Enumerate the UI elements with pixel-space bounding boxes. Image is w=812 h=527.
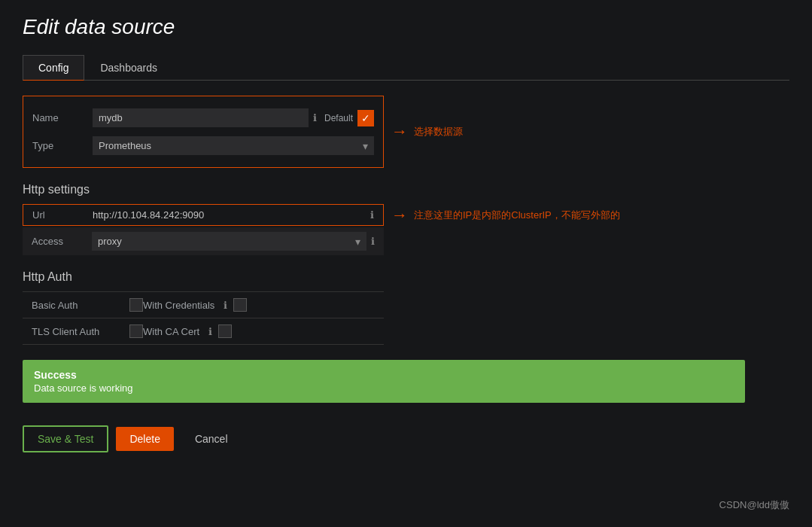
success-title: Success (34, 369, 734, 381)
url-info-icon: ℹ (370, 209, 374, 221)
success-banner: Success Data source is working (23, 360, 745, 403)
access-label: Access (32, 236, 92, 247)
http-auth-section: Http Auth Basic Auth With Credentials ℹ … (23, 270, 789, 345)
name-type-bordered: Name ℹ Default ✓ Type Prometheus MySQL I… (23, 96, 384, 168)
annotation-text-1: 选择数据源 (414, 125, 463, 139)
with-credentials-info-icon: ℹ (224, 300, 227, 311)
button-row: Save & Test Delete Cancel (23, 425, 789, 452)
delete-button[interactable]: Delete (116, 427, 173, 451)
tls-auth-label: TLS Client Auth (32, 326, 129, 337)
access-info-icon: ℹ (371, 236, 375, 247)
with-ca-cert-label: With CA Cert (143, 326, 199, 337)
with-ca-cert-info-icon: ℹ (208, 326, 212, 337)
save-test-button[interactable]: Save & Test (23, 425, 108, 452)
type-select-wrapper: Prometheus MySQL InfluxDB Elasticsearch … (93, 136, 374, 155)
name-type-section: Name ℹ Default ✓ Type Prometheus MySQL I… (23, 96, 789, 168)
annotation-arrow-2-icon: → (391, 206, 408, 225)
type-select[interactable]: Prometheus MySQL InfluxDB Elasticsearch (93, 136, 374, 155)
name-label: Name (32, 112, 93, 123)
basic-auth-row: Basic Auth With Credentials ℹ (23, 291, 384, 318)
url-input[interactable] (93, 209, 366, 221)
url-row: Url ℹ (23, 204, 384, 226)
access-select[interactable]: proxy direct (92, 232, 366, 251)
watermark: CSDN@ldd傲傲 (719, 498, 789, 512)
with-credentials-group: With Credentials ℹ (143, 298, 375, 312)
name-input[interactable] (93, 108, 309, 127)
tab-config[interactable]: Config (23, 55, 84, 81)
success-message: Data source is working (34, 382, 734, 394)
access-select-wrapper: proxy direct ▾ (92, 232, 366, 251)
http-settings-title: Http settings (23, 183, 789, 196)
basic-auth-checkbox[interactable] (129, 298, 143, 312)
http-settings-section: Http settings Url ℹ Access proxy direct … (23, 183, 789, 255)
annotation-text-2: 注意这里的IP是内部的ClusterIP，不能写外部的 (414, 209, 620, 222)
basic-auth-label: Basic Auth (32, 300, 129, 311)
url-label: Url (32, 209, 93, 221)
default-checkbox[interactable]: ✓ (357, 110, 374, 126)
default-label: Default (324, 113, 353, 123)
tls-auth-checkbox[interactable] (129, 324, 143, 338)
name-info-icon: ℹ (313, 112, 317, 123)
name-row: Name ℹ Default ✓ (23, 104, 383, 132)
tls-auth-row: TLS Client Auth With CA Cert ℹ (23, 318, 384, 345)
with-ca-cert-checkbox[interactable] (218, 324, 232, 338)
cancel-button[interactable]: Cancel (181, 427, 242, 451)
http-auth-title: Http Auth (23, 270, 789, 284)
annotation-arrow-1-icon: → (391, 122, 408, 142)
access-row: Access proxy direct ▾ ℹ (23, 227, 384, 255)
page-title: Edit data source (23, 15, 789, 39)
auth-rows-container: Basic Auth With Credentials ℹ TLS Client… (23, 291, 384, 345)
with-credentials-label: With Credentials (143, 300, 214, 311)
type-label: Type (32, 140, 93, 151)
type-row: Type Prometheus MySQL InfluxDB Elasticse… (23, 132, 383, 160)
with-credentials-checkbox[interactable] (233, 298, 247, 312)
tabs-container: Config Dashboards (23, 54, 789, 81)
with-ca-cert-group: With CA Cert ℹ (143, 324, 375, 338)
tab-dashboards[interactable]: Dashboards (84, 55, 173, 81)
